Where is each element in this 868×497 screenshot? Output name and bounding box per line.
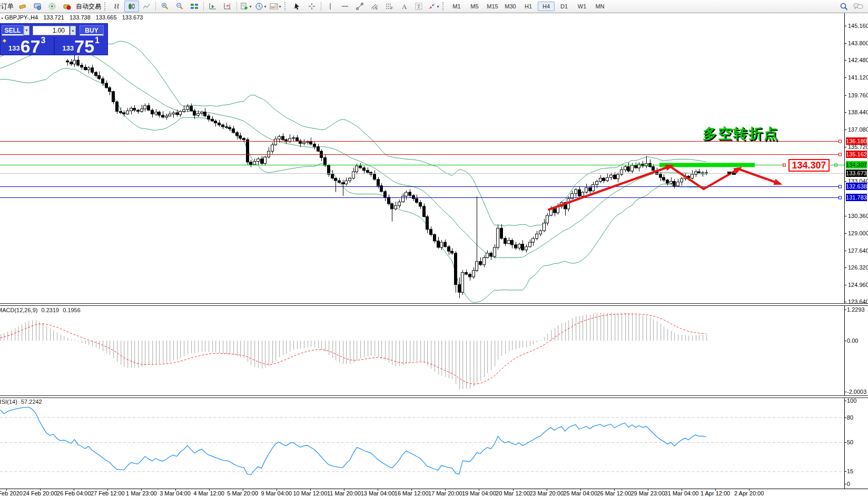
market-watch-icon[interactable] (15, 1, 30, 12)
price-axis-tick (844, 267, 846, 268)
timeframe-button-m5[interactable]: M5 (466, 2, 483, 11)
price-axis-label: 124.960 (848, 282, 868, 288)
timeframe-button-h4[interactable]: H4 (538, 2, 555, 11)
macd-chart-canvas[interactable] (0, 305, 844, 396)
price-axis-label: 143.800 (848, 40, 868, 46)
chevron-down-icon[interactable]: ▾ (249, 4, 251, 9)
autotrade-button[interactable]: 自动交易 (74, 2, 103, 11)
rsi-axis-label: 15 (847, 468, 853, 474)
chart-shift-icon[interactable] (220, 1, 235, 12)
text-icon[interactable]: A (397, 1, 411, 12)
price-axis-tick (844, 77, 846, 78)
zoom-in-icon[interactable] (157, 1, 172, 12)
macd-axis-tick (844, 341, 846, 341)
rsi-label: RSI(14) 57.2242 (0, 399, 42, 405)
auto-scroll-icon[interactable] (205, 1, 220, 12)
tile-windows-icon[interactable] (187, 1, 202, 12)
price-axis-label: 129.000 (848, 230, 868, 236)
quote-symbol: GBPJPY-,H4 (5, 14, 38, 21)
timeframe-button-m30[interactable]: M30 (502, 2, 519, 11)
quote-open: 133.721 (43, 14, 64, 21)
vertical-line-icon[interactable] (323, 1, 338, 12)
new-order-button[interactable]: 新订单 (0, 2, 15, 11)
autotrade-icon[interactable] (60, 1, 74, 12)
trendline-icon[interactable] (352, 1, 367, 12)
volume-decrease-button[interactable]: ▼ (24, 26, 29, 35)
price-axis-tick (844, 181, 846, 182)
rsi-axis-label: 50 (847, 439, 853, 445)
new-chart-icon[interactable]: ▾ (239, 1, 253, 12)
rsi-value: 57.2242 (21, 399, 42, 405)
price-axis-tick (844, 216, 846, 216)
price-axis-label: 137.080 (848, 126, 868, 133)
timeframe-button-w1[interactable]: W1 (574, 2, 590, 11)
svg-text:A: A (402, 3, 407, 11)
date-axis-label: 20 Mar 12:00 (496, 490, 530, 496)
signal-icon[interactable] (45, 1, 60, 12)
price-axis-tick (844, 112, 846, 113)
fibonacci-icon[interactable]: F (382, 1, 397, 12)
timeframe-button-h1[interactable]: H1 (520, 2, 537, 11)
equidistant-channel-icon[interactable]: E (367, 1, 382, 12)
date-axis-label: 16 Mar 12:00 (394, 490, 429, 496)
toolbar-grip[interactable] (442, 2, 446, 11)
toolbar-grip[interactable] (104, 2, 108, 11)
text-label-icon[interactable]: T (411, 1, 426, 12)
price-axis-tick (844, 302, 846, 302)
rsi-axis-tick (844, 471, 846, 472)
volume-input[interactable]: 1.00 (33, 26, 70, 35)
crosshair-icon[interactable] (304, 1, 319, 12)
date-axis-label: 23 Mar 20:00 (529, 490, 564, 496)
line-chart-icon[interactable] (139, 1, 154, 12)
one-click-trade-panel: SELL ▼ 1.00 ▲ BUY 133 67 3 133 75 1 (0, 23, 108, 55)
rsi-axis-label: 100 (847, 397, 856, 404)
price-axis-label: 139.760 (848, 92, 868, 98)
arrows-tool-icon[interactable]: ▾ (426, 1, 441, 12)
chevron-down-icon[interactable]: ▾ (264, 4, 266, 9)
svg-text:E: E (376, 7, 378, 10)
candlestick-icon[interactable] (124, 1, 139, 12)
date-axis-label: 26 Feb 04:00 (57, 490, 91, 496)
ohlc-bars-icon[interactable] (110, 1, 124, 12)
chevron-down-icon[interactable]: ▾ (437, 4, 439, 9)
bid-pip-fraction: 3 (41, 36, 46, 45)
cursor-icon[interactable] (290, 1, 304, 12)
price-axis-tick (844, 60, 846, 61)
timeframe-button-m1[interactable]: M1 (448, 2, 465, 11)
volume-increase-button[interactable]: ▲ (70, 26, 76, 35)
periods-icon[interactable]: ▾ (253, 1, 268, 12)
macd-main-value: 0.2319 (41, 307, 59, 313)
bid-big-digits: 67 (21, 39, 41, 54)
timeframe-button-m15[interactable]: M15 (484, 2, 501, 11)
chat-icon[interactable] (851, 1, 866, 12)
buy-button[interactable]: BUY (80, 25, 104, 36)
macd-axis-label: -2.0003 (847, 389, 866, 395)
rsi-axis-tick (844, 418, 846, 418)
timeframe-button-d1[interactable]: D1 (556, 2, 573, 11)
price-axis-label: 123.640 (848, 299, 868, 305)
panel-separator[interactable] (0, 395, 868, 398)
zoom-out-icon[interactable] (172, 1, 187, 12)
rsi-axis-tick (844, 401, 846, 401)
timeframe-button-mn[interactable]: MN (591, 2, 608, 11)
date-axis-label: 21 Feb 2020 (0, 490, 23, 496)
price-axis-tag: 133.673 (846, 170, 867, 177)
price-chart-canvas[interactable] (0, 13, 844, 303)
turning-point-annotation[interactable]: 多空转折点 (703, 124, 779, 143)
mt4-terminal: { "toolbar": { "new_order_label": "新订单",… (0, 0, 868, 497)
sell-button[interactable]: SELL (2, 25, 24, 36)
bid-price[interactable]: 133 67 3 (1, 37, 55, 55)
price-axis-tag: 136.180 (846, 137, 867, 145)
search-icon[interactable] (836, 1, 851, 12)
toolbar-grip[interactable] (284, 2, 288, 11)
indicators-icon[interactable]: ▾ (268, 1, 283, 12)
rsi-chart-canvas[interactable] (0, 397, 844, 489)
chevron-down-icon[interactable]: ▾ (279, 4, 281, 9)
quote-low: 133.665 (96, 14, 117, 21)
panel-separator[interactable] (0, 303, 868, 306)
ask-price[interactable]: 133 75 1 (55, 37, 108, 55)
horizontal-line-icon[interactable] (338, 1, 352, 12)
history-center-icon[interactable] (30, 1, 45, 12)
date-axis-label: 5 Mar 20:00 (227, 490, 258, 496)
price-callout-label[interactable]: 134.307 (788, 159, 830, 172)
